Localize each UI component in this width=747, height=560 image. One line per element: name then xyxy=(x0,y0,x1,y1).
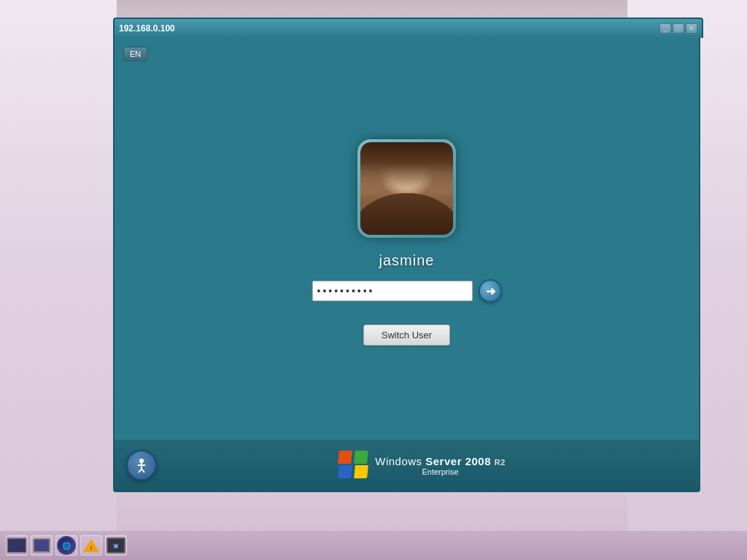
window-title: 192.168.0.100 xyxy=(119,23,659,34)
minimize-button[interactable]: _ xyxy=(659,23,671,34)
taskbar-monitor-icon[interactable] xyxy=(6,535,28,556)
arrow-icon: ➜ xyxy=(486,284,495,298)
login-window: 192.168.0.100 _ □ ✕ EN xyxy=(113,36,700,492)
flag-red xyxy=(338,451,352,464)
network-icon: ! xyxy=(82,537,101,553)
switch-user-button[interactable]: Switch User xyxy=(363,324,450,346)
close-button[interactable]: ✕ xyxy=(686,23,697,34)
windows-server-text: Windows Server 2008 R2 xyxy=(375,455,506,467)
edition-label: Enterprise xyxy=(375,467,506,476)
avatar-hair xyxy=(360,142,453,193)
title-bar: 192.168.0.100 _ □ ✕ xyxy=(113,18,703,38)
taskbar: 🌐 ! ▣ xyxy=(0,531,747,560)
globe-icon: 🌐 xyxy=(57,536,76,555)
svg-point-0 xyxy=(139,459,144,463)
display-icon: ▣ xyxy=(107,537,125,553)
taskbar-network-icon[interactable]: ! xyxy=(80,535,102,556)
submit-button[interactable]: ➜ xyxy=(479,279,502,303)
accessibility-button[interactable] xyxy=(126,450,157,481)
password-input[interactable] xyxy=(312,281,473,301)
flag-green xyxy=(354,451,368,464)
accessibility-icon xyxy=(133,457,150,473)
taskbar-monitor2-icon[interactable] xyxy=(31,535,53,556)
r2-label: R2 xyxy=(495,458,506,467)
restore-button[interactable]: □ xyxy=(673,23,684,34)
language-button[interactable]: EN xyxy=(123,47,147,61)
taskbar-display-icon[interactable]: ▣ xyxy=(105,535,127,556)
windows-flag xyxy=(338,451,368,480)
avatar-inner xyxy=(360,142,453,235)
flag-blue xyxy=(338,465,352,478)
svg-text:!: ! xyxy=(90,545,93,551)
monitor-icon xyxy=(7,537,27,553)
svg-line-4 xyxy=(142,469,144,472)
monitor2-icon xyxy=(33,538,50,553)
avatar-face xyxy=(360,142,453,235)
bottom-bar: Windows Server 2008 R2 Enterprise xyxy=(115,440,699,491)
username-label: jasmine xyxy=(379,252,435,269)
password-area: ➜ xyxy=(312,279,502,303)
windows-logo-area: Windows Server 2008 R2 Enterprise xyxy=(338,451,506,480)
taskbar-globe-icon[interactable]: 🌐 xyxy=(55,535,77,556)
flag-yellow xyxy=(354,465,368,478)
avatar-frame xyxy=(357,139,456,238)
windows-label: Windows xyxy=(375,455,425,467)
windows-text-area: Windows Server 2008 R2 Enterprise xyxy=(375,455,506,476)
user-avatar xyxy=(357,139,456,238)
login-content: jasmine ➜ Switch User xyxy=(115,38,699,491)
server-label: Server 2008 xyxy=(425,455,494,467)
title-controls: _ □ ✕ xyxy=(659,23,697,34)
